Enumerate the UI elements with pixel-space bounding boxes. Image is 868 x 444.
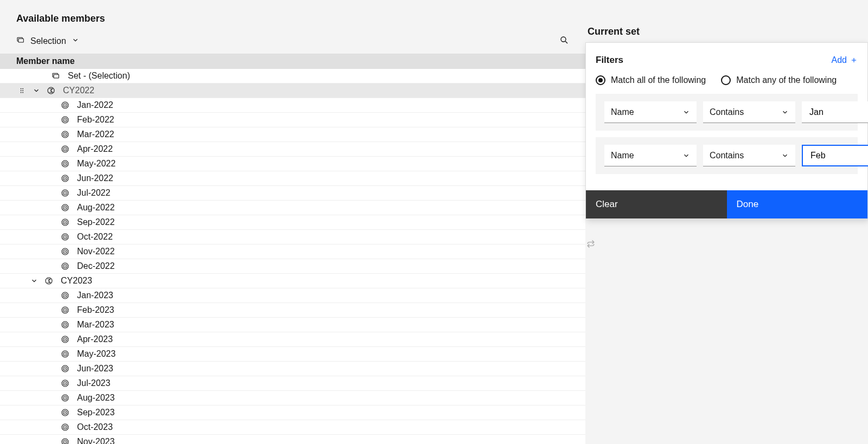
filter-field-label: Name <box>611 151 634 160</box>
match-all-label: Match all of the following <box>611 75 706 85</box>
tree-leaf[interactable]: Nov-2022 <box>0 244 585 259</box>
target-icon <box>61 262 69 271</box>
drag-handle-icon[interactable] <box>18 87 27 94</box>
tree-leaf[interactable]: May-2022 <box>0 157 585 171</box>
tree-row-label: May-2023 <box>77 349 116 359</box>
chevron-down-icon <box>781 152 789 159</box>
tree-leaf[interactable]: Jun-2023 <box>0 362 585 376</box>
target-icon <box>61 364 69 373</box>
tree-row-label: Feb-2023 <box>77 305 114 315</box>
match-any-radio[interactable]: Match any of the following <box>721 75 837 85</box>
target-icon <box>61 233 69 241</box>
swap-icon[interactable] <box>585 239 597 250</box>
filter-value-input[interactable] <box>802 145 868 166</box>
match-all-radio[interactable]: Match all of the following <box>596 75 706 85</box>
tree-leaf[interactable]: Jun-2022 <box>0 171 585 186</box>
tree-leaf[interactable]: Aug-2022 <box>0 201 585 215</box>
target-icon <box>61 437 69 444</box>
tree-branch[interactable]: CY2023 <box>0 274 585 288</box>
tree-set-header[interactable]: Set - (Selection) <box>0 69 585 83</box>
tree-row-label: Feb-2022 <box>77 115 114 125</box>
sigma-icon <box>47 86 55 95</box>
tree-row-label: Apr-2022 <box>77 144 113 154</box>
tree-leaf[interactable]: Aug-2023 <box>0 391 585 406</box>
filter-op-select[interactable]: Contains <box>703 145 795 166</box>
tree-leaf[interactable]: Mar-2023 <box>0 318 585 332</box>
tree-leaf[interactable]: Jul-2022 <box>0 186 585 201</box>
member-tree[interactable]: Set - (Selection)CY2022Jan-2022Feb-2022M… <box>0 69 585 444</box>
available-members-panel: Available members Selection Member name … <box>0 0 585 444</box>
target-icon <box>61 306 69 314</box>
tree-row-label: Nov-2022 <box>77 247 114 256</box>
tree-row-label: Set - (Selection) <box>68 71 130 81</box>
target-icon <box>61 423 69 432</box>
target-icon <box>61 394 69 402</box>
tree-row-label: Nov-2023 <box>77 437 114 444</box>
target-icon <box>61 130 69 139</box>
target-icon <box>61 408 69 417</box>
tree-row-label: Aug-2023 <box>77 393 114 403</box>
filter-field-label: Name <box>611 107 634 117</box>
tree-leaf[interactable]: Apr-2022 <box>0 142 585 157</box>
chevron-down-icon[interactable] <box>30 277 39 285</box>
tree-leaf[interactable]: Oct-2023 <box>0 420 585 435</box>
filters-title: Filters <box>596 55 832 66</box>
set-icon <box>52 72 60 80</box>
add-filter-button[interactable]: Add <box>832 55 858 65</box>
clear-button[interactable]: Clear <box>586 190 727 218</box>
target-icon <box>61 174 69 183</box>
filter-field-select[interactable]: Name <box>604 101 697 123</box>
target-icon <box>61 145 69 153</box>
tree-leaf[interactable]: Apr-2023 <box>0 332 585 347</box>
target-icon <box>61 335 69 344</box>
filter-field-select[interactable]: Name <box>604 145 697 166</box>
tree-leaf[interactable]: Sep-2022 <box>0 215 585 230</box>
tree-leaf[interactable]: Sep-2023 <box>0 406 585 420</box>
tree-row-label: Jan-2023 <box>77 291 113 300</box>
search-button[interactable] <box>559 35 569 47</box>
target-icon <box>61 320 69 329</box>
tree-row-label: Jun-2022 <box>77 173 113 183</box>
filters-popover: Filters Add Match all of the following M… <box>585 42 868 219</box>
chevron-down-icon <box>682 152 690 159</box>
tree-leaf[interactable]: Jul-2023 <box>0 376 585 391</box>
filter-op-select[interactable]: Contains <box>703 101 795 123</box>
current-set-panel: Current set Filters Add <box>585 0 868 444</box>
tree-leaf[interactable]: Nov-2023 <box>0 435 585 444</box>
tree-leaf[interactable]: Mar-2022 <box>0 127 585 142</box>
tree-row-label: May-2022 <box>77 159 116 169</box>
tree-leaf[interactable]: May-2023 <box>0 347 585 362</box>
tree-leaf[interactable]: Jan-2023 <box>0 288 585 303</box>
tree-leaf[interactable]: Oct-2022 <box>0 230 585 244</box>
chevron-down-icon[interactable] <box>33 87 41 94</box>
tree-row-label: Jun-2023 <box>77 364 113 374</box>
tree-row-label: Jul-2022 <box>77 188 110 198</box>
tree-column-header: Member name <box>0 54 585 69</box>
stack-icon <box>16 36 25 47</box>
tree-row-label: Jul-2023 <box>77 378 110 388</box>
selection-dropdown-label: Selection <box>30 36 66 46</box>
tree-row-label: Oct-2022 <box>77 232 113 242</box>
tree-leaf[interactable]: Feb-2023 <box>0 303 585 318</box>
done-button[interactable]: Done <box>727 190 868 218</box>
filter-value-input[interactable] <box>802 101 868 123</box>
tree-branch[interactable]: CY2022 <box>0 83 585 98</box>
tree-row-label: CY2023 <box>61 276 92 286</box>
tree-row-label: Mar-2022 <box>77 130 114 139</box>
tree-row-label: Jan-2022 <box>77 100 113 110</box>
tree-row-label: Oct-2023 <box>77 422 113 432</box>
tree-leaf[interactable]: Jan-2022 <box>0 98 585 113</box>
tree-leaf[interactable]: Feb-2022 <box>0 113 585 127</box>
tree-row-label: Aug-2022 <box>77 203 114 213</box>
radio-on-icon <box>596 75 605 85</box>
current-set-title: Current set <box>585 13 656 45</box>
selection-dropdown[interactable] <box>72 36 79 46</box>
target-icon <box>61 189 69 197</box>
tree-row-label: Sep-2023 <box>77 408 114 417</box>
filter-op-label: Contains <box>710 107 744 117</box>
tree-leaf[interactable]: Dec-2022 <box>0 259 585 274</box>
target-icon <box>61 218 69 227</box>
tree-row-label: Mar-2023 <box>77 320 114 330</box>
target-icon <box>61 350 69 358</box>
tree-row-label: Apr-2023 <box>77 334 113 344</box>
